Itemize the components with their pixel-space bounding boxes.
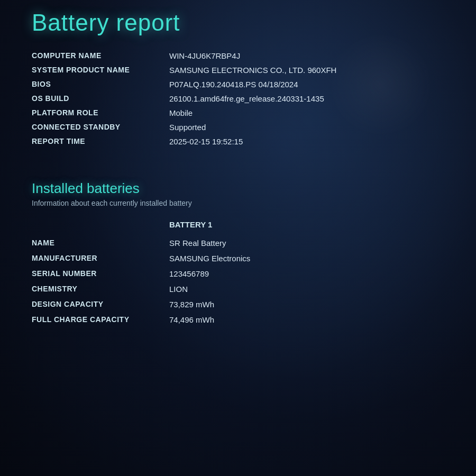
field-value: LION bbox=[169, 281, 444, 297]
table-row: CONNECTED STANDBY Supported bbox=[32, 120, 444, 134]
table-row: PLATFORM ROLE Mobile bbox=[32, 106, 444, 120]
installed-batteries-section: Installed batteries Information about ea… bbox=[32, 180, 444, 327]
table-row: SYSTEM PRODUCT NAME SAMSUNG ELECTRONICS … bbox=[32, 63, 444, 77]
table-row: MANUFACTURER SAMSUNG Electronics bbox=[32, 251, 444, 266]
installed-batteries-subtitle: Information about each currently install… bbox=[32, 199, 444, 207]
field-value: 26100.1.amd64fre.ge_release.240331-1435 bbox=[169, 91, 444, 106]
field-label: OS BUILD bbox=[32, 91, 169, 106]
field-label: DESIGN CAPACITY bbox=[32, 297, 169, 312]
field-label: COMPUTER NAME bbox=[32, 49, 169, 63]
field-label: FULL CHARGE CAPACITY bbox=[32, 312, 169, 327]
field-label: PLATFORM ROLE bbox=[32, 106, 169, 120]
table-row: DESIGN CAPACITY 73,829 mWh bbox=[32, 297, 444, 312]
page-title: Battery report bbox=[32, 0, 444, 49]
field-label: SERIAL NUMBER bbox=[32, 266, 169, 281]
field-label: REPORT TIME bbox=[32, 134, 169, 149]
table-row: CHEMISTRY LION bbox=[32, 281, 444, 297]
field-label: SYSTEM PRODUCT NAME bbox=[32, 63, 169, 77]
field-value: 74,496 mWh bbox=[169, 312, 444, 327]
table-row: SERIAL NUMBER 123456789 bbox=[32, 266, 444, 281]
field-value: 73,829 mWh bbox=[169, 297, 444, 312]
field-value: Mobile bbox=[169, 106, 444, 120]
field-label: MANUFACTURER bbox=[32, 251, 169, 266]
table-row: BIOS P07ALQ.190.240418.PS 04/18/2024 bbox=[32, 77, 444, 91]
table-row: REPORT TIME 2025-02-15 19:52:15 bbox=[32, 134, 444, 149]
battery-info-table: NAME SR Real Battery MANUFACTURER SAMSUN… bbox=[32, 235, 444, 327]
field-label: BIOS bbox=[32, 77, 169, 91]
field-value: WIN-4JU6K7RBP4J bbox=[169, 49, 444, 63]
field-value: 2025-02-15 19:52:15 bbox=[169, 134, 444, 149]
table-row: NAME SR Real Battery bbox=[32, 235, 444, 251]
field-value: SR Real Battery bbox=[169, 235, 444, 251]
table-row: OS BUILD 26100.1.amd64fre.ge_release.240… bbox=[32, 91, 444, 106]
field-label: CONNECTED STANDBY bbox=[32, 120, 169, 134]
field-value: 123456789 bbox=[169, 266, 444, 281]
field-label: NAME bbox=[32, 235, 169, 251]
field-value: SAMSUNG ELECTRONICS CO., LTD. 960XFH bbox=[169, 63, 444, 77]
field-value: Supported bbox=[169, 120, 444, 134]
system-info-table: COMPUTER NAME WIN-4JU6K7RBP4J SYSTEM PRO… bbox=[32, 49, 444, 149]
field-value: P07ALQ.190.240418.PS 04/18/2024 bbox=[169, 77, 444, 91]
table-row: FULL CHARGE CAPACITY 74,496 mWh bbox=[32, 312, 444, 327]
table-row: COMPUTER NAME WIN-4JU6K7RBP4J bbox=[32, 49, 444, 63]
installed-batteries-title: Installed batteries bbox=[32, 180, 444, 197]
field-label: CHEMISTRY bbox=[32, 281, 169, 297]
battery-header: BATTERY 1 bbox=[169, 220, 444, 229]
field-value: SAMSUNG Electronics bbox=[169, 251, 444, 266]
